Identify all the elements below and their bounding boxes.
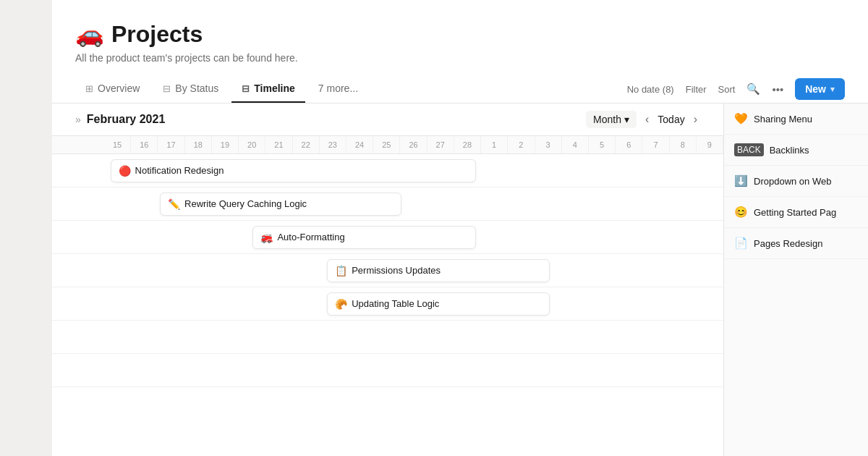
new-button-label: New bbox=[805, 83, 826, 95]
task-rewrite-query[interactable]: ✏️ Rewrite Query Caching Logic bbox=[160, 193, 401, 216]
no-date-button[interactable]: No date (8) bbox=[627, 84, 674, 95]
main-content: 🚗 Projects All the product team's projec… bbox=[52, 0, 868, 456]
right-panel-label: Sharing Menu bbox=[754, 114, 812, 124]
timeline-nav-right: Month ▾ ‹ Today › bbox=[586, 111, 700, 128]
tab-by-status-label: By Status bbox=[175, 83, 218, 94]
right-panel-item-backlinks[interactable]: BACK Backlinks bbox=[724, 135, 868, 166]
date-21: 21 bbox=[265, 136, 292, 153]
page-subtitle: All the product team's projects can be f… bbox=[75, 52, 845, 64]
timeline-area: » February 2021 Month ▾ ‹ Today › 15 bbox=[52, 104, 723, 456]
task-label: Notification Redesign bbox=[135, 165, 224, 176]
page-title-row: 🚗 Projects bbox=[75, 20, 845, 48]
tabs-bar: ⊞ Overview ⊟ By Status ⊟ Timeline 7 more… bbox=[52, 75, 868, 104]
table-row bbox=[52, 354, 723, 387]
right-panel: 🧡 Sharing Menu BACK Backlinks ⬇️ Dropdow… bbox=[723, 104, 868, 456]
task-label: Auto-Formatting bbox=[277, 232, 344, 242]
month-selector-chevron: ▾ bbox=[624, 114, 629, 125]
timeline-grid: 🔴 Notification Redesign ✏️ Rewrite Query… bbox=[52, 154, 723, 456]
table-row bbox=[52, 321, 723, 354]
expand-icon[interactable]: » bbox=[75, 114, 81, 125]
sort-button[interactable]: Sort bbox=[718, 84, 736, 95]
getting-started-emoji: 😊 bbox=[734, 206, 748, 219]
more-options-button[interactable]: ••• bbox=[772, 83, 783, 96]
dropdown-emoji: ⬇️ bbox=[734, 174, 748, 187]
date-4: 4 bbox=[562, 136, 589, 153]
new-button-chevron-icon: ▾ bbox=[830, 85, 835, 94]
date-8: 8 bbox=[670, 136, 697, 153]
page-header: 🚗 Projects All the product team's projec… bbox=[52, 0, 868, 75]
tab-timeline-label: Timeline bbox=[254, 83, 295, 94]
date-24: 24 bbox=[346, 136, 373, 153]
date-19: 19 bbox=[212, 136, 239, 153]
nav-prev-button[interactable]: ‹ bbox=[642, 111, 652, 127]
date-23: 23 bbox=[320, 136, 346, 153]
by-status-icon: ⊟ bbox=[163, 83, 171, 94]
pages-redesign-emoji: 📄 bbox=[734, 237, 748, 250]
date-18: 18 bbox=[185, 136, 212, 153]
nav-next-button[interactable]: › bbox=[691, 111, 700, 127]
month-selector[interactable]: Month ▾ bbox=[586, 111, 637, 128]
date-27: 27 bbox=[427, 136, 454, 153]
right-panel-item-dropdown[interactable]: ⬇️ Dropdown on Web bbox=[724, 166, 868, 197]
right-panel-label: Getting Started Pag bbox=[754, 207, 836, 218]
filter-button[interactable]: Filter bbox=[686, 84, 707, 95]
task-auto-formatting[interactable]: 🚒 Auto-Formatting bbox=[252, 226, 475, 249]
tabs-right: No date (8) Filter Sort 🔍 ••• New ▾ bbox=[627, 78, 845, 100]
tab-overview[interactable]: ⊞ Overview bbox=[75, 75, 150, 103]
today-button[interactable]: Today bbox=[658, 114, 684, 125]
right-panel-label: Dropdown on Web bbox=[754, 176, 831, 187]
date-15: 15 bbox=[104, 136, 131, 153]
date-25: 25 bbox=[373, 136, 400, 153]
task-updating-table-logic[interactable]: 🥐 Updating Table Logic bbox=[327, 292, 550, 316]
date-1: 1 bbox=[481, 136, 508, 153]
tab-by-status[interactable]: ⊟ By Status bbox=[153, 75, 229, 103]
date-3: 3 bbox=[535, 136, 562, 153]
right-panel-label: Pages Redesign bbox=[754, 238, 822, 249]
task-label: Rewrite Query Caching Logic bbox=[184, 198, 307, 209]
tab-more-label: 7 more... bbox=[318, 83, 358, 94]
date-6: 6 bbox=[616, 136, 642, 153]
tab-overview-label: Overview bbox=[98, 83, 140, 94]
right-panel-item-getting-started[interactable]: 😊 Getting Started Pag bbox=[724, 197, 868, 228]
table-row: 🔴 Notification Redesign bbox=[52, 154, 723, 187]
tab-more[interactable]: 7 more... bbox=[308, 75, 368, 103]
timeline-nav-left: » February 2021 bbox=[75, 113, 165, 126]
date-cells: 15 16 17 18 19 20 21 22 23 24 25 26 27 2… bbox=[104, 136, 723, 153]
timeline-icon: ⊟ bbox=[242, 83, 250, 94]
month-selector-label: Month bbox=[593, 114, 621, 125]
table-row: 📋 Permissions Updates bbox=[52, 254, 723, 287]
date-17: 17 bbox=[158, 136, 184, 153]
date-22: 22 bbox=[293, 136, 320, 153]
date-2: 2 bbox=[508, 136, 535, 153]
backlinks-emoji: BACK bbox=[734, 143, 764, 156]
date-9: 9 bbox=[697, 136, 723, 153]
new-button[interactable]: New ▾ bbox=[795, 78, 845, 100]
timeline-controls: » February 2021 Month ▾ ‹ Today › bbox=[52, 104, 723, 136]
date-16: 16 bbox=[131, 136, 158, 153]
search-icon[interactable]: 🔍 bbox=[746, 83, 760, 96]
tab-timeline[interactable]: ⊟ Timeline bbox=[231, 75, 305, 103]
task-permissions-updates[interactable]: 📋 Permissions Updates bbox=[327, 259, 550, 282]
page-emoji: 🚗 bbox=[75, 20, 104, 48]
date-26: 26 bbox=[400, 136, 427, 153]
sharing-emoji: 🧡 bbox=[734, 112, 748, 125]
date-20: 20 bbox=[239, 136, 265, 153]
sidebar bbox=[0, 0, 52, 456]
task-label: Updating Table Logic bbox=[352, 298, 439, 309]
right-panel-label: Backlinks bbox=[770, 145, 809, 156]
table-row: 🥐 Updating Table Logic bbox=[52, 287, 723, 321]
task-notification-redesign[interactable]: 🔴 Notification Redesign bbox=[111, 159, 476, 182]
date-header: 15 16 17 18 19 20 21 22 23 24 25 26 27 2… bbox=[52, 136, 723, 154]
date-28: 28 bbox=[454, 136, 481, 153]
date-5: 5 bbox=[589, 136, 616, 153]
task-label: Permissions Updates bbox=[352, 265, 441, 276]
page-title: Projects bbox=[111, 21, 203, 48]
table-row: ✏️ Rewrite Query Caching Logic bbox=[52, 187, 723, 221]
current-period: February 2021 bbox=[87, 113, 166, 126]
table-row: 🚒 Auto-Formatting bbox=[52, 221, 723, 254]
date-7: 7 bbox=[642, 136, 669, 153]
tabs-left: ⊞ Overview ⊟ By Status ⊟ Timeline 7 more… bbox=[75, 75, 368, 103]
overview-icon: ⊞ bbox=[85, 83, 93, 94]
right-panel-item-pages-redesign[interactable]: 📄 Pages Redesign bbox=[724, 228, 868, 259]
right-panel-item-sharing[interactable]: 🧡 Sharing Menu bbox=[724, 104, 868, 135]
